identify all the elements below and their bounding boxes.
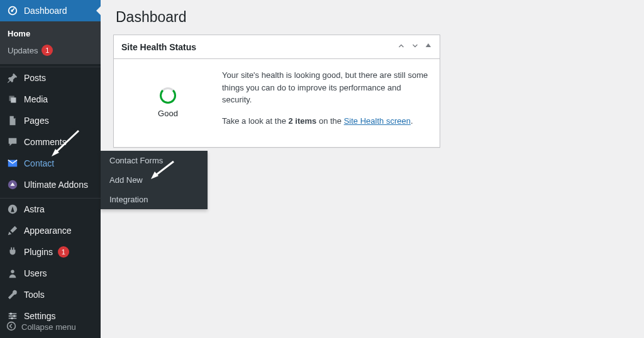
collapse-menu-button[interactable]: Collapse menu [0,315,101,338]
users-icon [6,267,19,280]
comments-icon [6,136,19,148]
page-icon [6,114,19,127]
sidebar-item-label: Users [24,268,47,279]
panel-toggle-icon[interactable] [425,41,432,52]
sidebar-sublink-label: Home [8,29,30,38]
collapse-label: Collapse menu [21,322,76,332]
wrench-icon [6,288,19,301]
admin-sidebar: Dashboard Home Updates 1 Posts Media Pag… [0,0,101,338]
page-title: Dashboard [116,9,631,26]
contact-flyout-menu: Contact Forms Add New Integration [101,151,208,209]
svg-point-6 [8,322,16,330]
health-cta-text: on the [316,116,343,126]
svg-point-3 [10,313,13,315]
sidebar-item-plugins[interactable]: Plugins 1 [0,241,101,263]
sidebar-sublink-home[interactable]: Home [0,26,101,41]
flyout-item-contact-forms[interactable]: Contact Forms [101,151,208,170]
sidebar-item-pages[interactable]: Pages [0,110,101,131]
sidebar-item-label: Posts [24,72,46,84]
pin-icon [6,72,19,84]
sidebar-item-appearance[interactable]: Appearance [0,220,101,241]
site-health-panel: Site Health Status Good Your site's heal… [113,35,440,148]
site-health-screen-link[interactable]: Site Health screen [344,116,411,126]
flyout-item-integration[interactable]: Integration [101,190,208,209]
health-cta-text: . [411,116,413,126]
health-circle-icon [160,87,176,104]
sidebar-item-dashboard[interactable]: Dashboard [0,0,101,21]
media-icon [6,93,19,106]
dashboard-icon [6,4,19,17]
plug-icon [6,246,19,258]
health-cta: Take a look at the 2 items on the Site H… [222,115,430,128]
sidebar-item-comments[interactable]: Comments [0,131,101,153]
sidebar-item-users[interactable]: Users [0,263,101,284]
flyout-item-label: Integration [109,195,148,204]
panel-header: Site Health Status [114,35,440,59]
sidebar-item-posts[interactable]: Posts [0,67,101,89]
astra-icon [6,203,19,215]
health-indicator: Good [124,69,212,136]
addons-icon [6,178,19,191]
content-area: Dashboard Site Health Status Good [101,0,644,156]
brush-icon [6,224,19,237]
sidebar-sublink-label: Updates [8,46,38,55]
sidebar-item-label: Contact [24,158,54,169]
panel-move-down-icon[interactable] [411,41,419,52]
sidebar-item-tools[interactable]: Tools [0,284,101,305]
panel-body: Good Your site's health is looking good,… [114,59,440,147]
health-items-count: 2 items [289,116,317,126]
sidebar-item-contact[interactable]: Contact [0,153,101,174]
health-cta-text: Take a look at the [222,116,289,126]
health-text: Your site's health is looking good, but … [222,69,430,136]
sidebar-item-label: Dashboard [24,5,67,16]
sidebar-item-label: Comments [24,136,67,148]
sidebar-item-ultimate-addons[interactable]: Ultimate Addons [0,174,101,195]
collapse-icon [6,321,16,333]
sidebar-item-label: Ultimate Addons [24,179,88,190]
updates-badge: 1 [42,45,53,56]
sidebar-item-label: Tools [24,289,45,300]
sidebar-item-label: Media [24,94,48,105]
panel-title: Site Health Status [121,42,196,52]
panel-move-up-icon[interactable] [397,41,406,52]
panel-actions [397,41,432,52]
flyout-item-label: Add New [109,175,143,185]
sidebar-sublink-updates[interactable]: Updates 1 [0,41,101,59]
health-description: Your site's health is looking good, but … [222,69,430,106]
flyout-item-add-new[interactable]: Add New [101,170,208,190]
envelope-icon [6,157,19,170]
svg-point-2 [11,270,14,273]
plugins-badge: 1 [58,246,69,258]
annotation-label-1: 1 [72,126,76,135]
sidebar-item-media[interactable]: Media [0,89,101,110]
sidebar-item-label: Appearance [24,225,72,236]
health-status-label: Good [158,109,178,118]
sidebar-item-astra[interactable]: Astra [0,199,101,220]
sidebar-dashboard-submenu: Home Updates 1 [0,21,101,64]
sidebar-item-label: Astra [24,204,45,215]
sidebar-item-label: Plugins [24,246,53,258]
flyout-item-label: Contact Forms [109,156,163,165]
sidebar-item-label: Pages [24,115,49,126]
